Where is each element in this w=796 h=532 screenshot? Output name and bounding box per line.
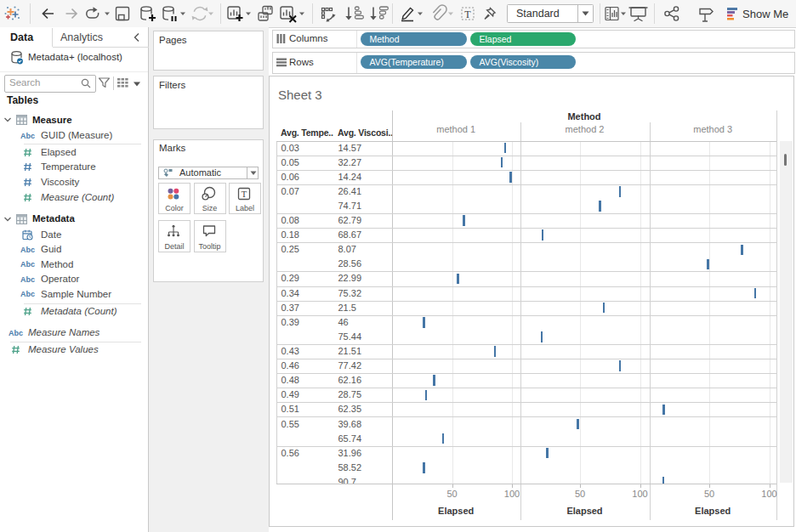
svg-text:T: T xyxy=(242,190,247,199)
svg-text:T: T xyxy=(464,8,471,20)
svg-text:Standard: Standard xyxy=(516,8,560,20)
svg-text:Show Me: Show Me xyxy=(742,8,788,20)
